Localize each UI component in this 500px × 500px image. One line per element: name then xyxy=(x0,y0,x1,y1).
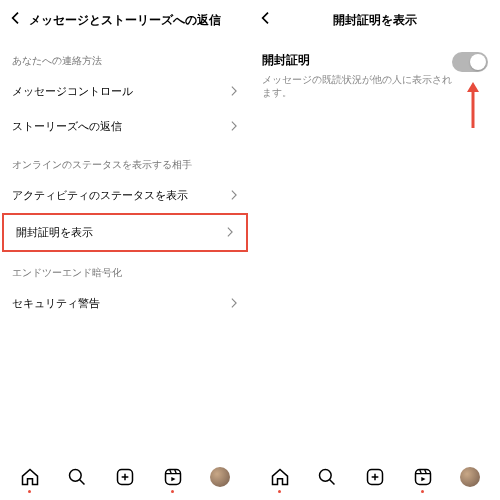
reels-icon xyxy=(163,467,183,487)
avatar-icon xyxy=(460,467,480,487)
nav-profile[interactable] xyxy=(459,466,481,488)
nav-reels[interactable] xyxy=(162,466,184,488)
notification-dot-icon xyxy=(278,490,281,493)
row-label: メッセージコントロール xyxy=(12,84,133,99)
page-title: メッセージとストーリーズへの返信 xyxy=(29,12,221,29)
section-label-online-status: オンラインのステータスを表示する相手 xyxy=(0,144,250,178)
notification-dot-icon xyxy=(171,490,174,493)
screen-read-receipt: 開封証明を表示 開封証明 メッセージの既読状況が他の人に表示されます。 xyxy=(250,0,500,500)
home-icon xyxy=(20,467,40,487)
chevron-left-icon xyxy=(8,10,24,26)
chevron-right-icon xyxy=(230,190,238,202)
row-read-receipt[interactable]: 開封証明を表示 xyxy=(2,213,248,252)
nav-reels[interactable] xyxy=(412,466,434,488)
reels-icon xyxy=(413,467,433,487)
plus-square-icon xyxy=(115,467,135,487)
avatar-icon xyxy=(210,467,230,487)
nav-search[interactable] xyxy=(66,466,88,488)
chevron-right-icon xyxy=(226,227,234,239)
header: 開封証明を表示 xyxy=(250,0,500,40)
row-stories-reply[interactable]: ストーリーズへの返信 xyxy=(0,109,250,144)
toggle-row-read-receipt: 開封証明 メッセージの既読状況が他の人に表示されます。 xyxy=(250,40,500,100)
notification-dot-icon xyxy=(28,490,31,493)
nav-create[interactable] xyxy=(114,466,136,488)
svg-point-0 xyxy=(70,470,82,482)
search-icon xyxy=(317,467,337,487)
chevron-right-icon xyxy=(230,121,238,133)
plus-square-icon xyxy=(365,467,385,487)
annotation-arrow xyxy=(466,80,480,128)
chevron-right-icon xyxy=(230,86,238,98)
nav-create[interactable] xyxy=(364,466,386,488)
header: メッセージとストーリーズへの返信 xyxy=(0,0,250,40)
content: あなたへの連絡方法 メッセージコントロール ストーリーズへの返信 オンラインのス… xyxy=(0,40,250,454)
bottom-nav xyxy=(0,454,250,500)
content: 開封証明 メッセージの既読状況が他の人に表示されます。 xyxy=(250,40,500,454)
toggle-label: 開封証明 xyxy=(262,52,452,69)
read-receipt-toggle[interactable] xyxy=(452,52,488,72)
chevron-right-icon xyxy=(230,298,238,310)
back-button[interactable] xyxy=(8,10,24,26)
nav-profile[interactable] xyxy=(209,466,231,488)
svg-point-3 xyxy=(320,470,332,482)
row-message-control[interactable]: メッセージコントロール xyxy=(0,74,250,109)
nav-home[interactable] xyxy=(269,466,291,488)
chevron-left-icon xyxy=(258,10,274,26)
row-label: ストーリーズへの返信 xyxy=(12,119,122,134)
row-label: セキュリティ警告 xyxy=(12,296,100,311)
nav-home[interactable] xyxy=(19,466,41,488)
page-title: 開封証明を表示 xyxy=(333,12,417,29)
svg-rect-2 xyxy=(165,470,180,485)
row-activity-status[interactable]: アクティビティのステータスを表示 xyxy=(0,178,250,213)
notification-dot-icon xyxy=(421,490,424,493)
toggle-description: メッセージの既読状況が他の人に表示されます。 xyxy=(262,73,452,100)
svg-rect-5 xyxy=(415,470,430,485)
row-security-alert[interactable]: セキュリティ警告 xyxy=(0,286,250,321)
nav-search[interactable] xyxy=(316,466,338,488)
arrow-up-icon xyxy=(466,80,480,128)
search-icon xyxy=(67,467,87,487)
row-label: 開封証明を表示 xyxy=(16,225,93,240)
bottom-nav xyxy=(250,454,500,500)
section-label-e2e: エンドツーエンド暗号化 xyxy=(0,252,250,286)
section-label-contact: あなたへの連絡方法 xyxy=(0,40,250,74)
home-icon xyxy=(270,467,290,487)
back-button[interactable] xyxy=(258,10,274,26)
screen-settings-messages: メッセージとストーリーズへの返信 あなたへの連絡方法 メッセージコントロール ス… xyxy=(0,0,250,500)
row-label: アクティビティのステータスを表示 xyxy=(12,188,188,203)
